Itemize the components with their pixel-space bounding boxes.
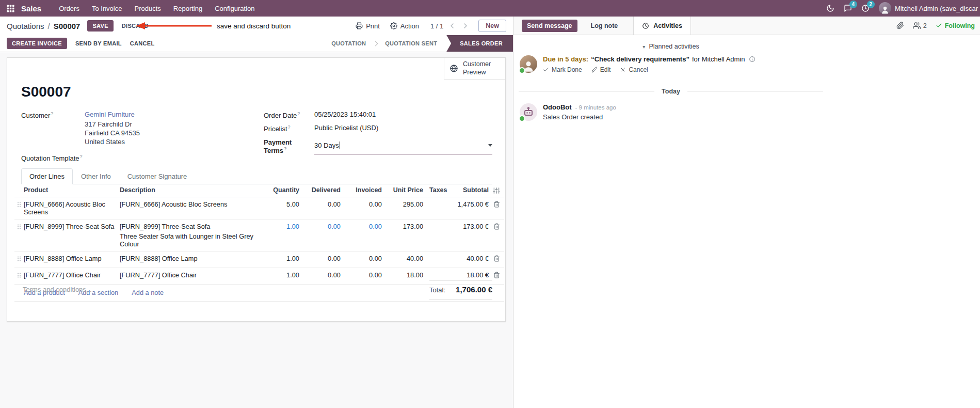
menu-products[interactable]: Products	[128, 0, 167, 17]
cell-description[interactable]: [FURN_6666] Acoustic Bloc Screens	[120, 200, 267, 210]
divider-line	[519, 91, 654, 92]
message-item: OdooBot - 9 minutes ago Sales Order crea…	[519, 103, 823, 121]
header-product[interactable]: Product	[24, 186, 120, 194]
message-author[interactable]: OdooBot	[543, 103, 572, 111]
app-name[interactable]: Sales	[21, 4, 41, 13]
delete-row-button[interactable]	[489, 271, 504, 278]
tab-order-lines[interactable]: Order Lines	[21, 168, 73, 184]
dropdown-caret-icon[interactable]	[488, 144, 492, 147]
delete-row-button[interactable]	[489, 223, 504, 230]
header-subtotal[interactable]: Subtotal	[447, 186, 489, 194]
pricelist-value[interactable]: Public Pricelist (USD)	[314, 124, 378, 133]
state-quotation[interactable]: QUOTATION	[324, 35, 373, 52]
cell-product[interactable]: [FURN_8888] Office Lamp	[24, 255, 120, 262]
cell-delivered[interactable]: 0.00	[299, 200, 341, 208]
cell-quantity[interactable]: 1.00	[267, 223, 299, 230]
cell-quantity[interactable]: 1.00	[267, 271, 299, 279]
cell-product[interactable]: [FURN_7777] Office Chair	[24, 271, 120, 279]
cancel-order-button[interactable]: CANCEL	[130, 40, 155, 46]
state-sales-order-active[interactable]: SALES ORDER	[446, 35, 513, 52]
cell-description[interactable]: [FURN_7777] Office Chair	[120, 271, 267, 281]
cell-unit-price[interactable]: 295.00	[382, 200, 423, 208]
menu-to-invoice[interactable]: To Invoice	[86, 0, 128, 17]
tab-other-info[interactable]: Other Info	[73, 168, 119, 184]
followers-button[interactable]: 2	[913, 22, 927, 29]
dark-mode-toggle[interactable]	[826, 4, 834, 12]
menu-configuration[interactable]: Configuration	[208, 0, 261, 17]
create-invoice-button[interactable]: CREATE INVOICE	[7, 38, 67, 49]
attachments-button[interactable]	[896, 22, 904, 29]
activities-menu-button[interactable]: 2	[861, 4, 870, 12]
header-invoiced[interactable]: Invoiced	[341, 186, 382, 194]
table-row[interactable]: [FURN_6666] Acoustic Bloc Screens [FURN_…	[14, 197, 504, 219]
delete-row-button[interactable]	[489, 255, 504, 262]
header-description[interactable]: Description	[120, 186, 267, 194]
state-quotation-sent[interactable]: QUOTATION SENT	[378, 35, 444, 52]
pager-previous-button[interactable]	[447, 22, 457, 30]
message-body-wrap: OdooBot - 9 minutes ago Sales Order crea…	[543, 103, 616, 121]
header-quantity[interactable]: Quantity	[267, 186, 299, 194]
mark-done-button[interactable]: Mark Done	[543, 66, 582, 73]
payment-terms-input[interactable]: 30 Days	[314, 138, 492, 154]
activities-tab[interactable]: Activities	[633, 17, 691, 35]
cell-description[interactable]: [FURN_8888] Office Lamp	[120, 255, 267, 264]
delete-row-button[interactable]	[489, 200, 504, 208]
new-button[interactable]: New	[478, 20, 506, 32]
cell-delivered[interactable]: 0.00	[299, 223, 341, 230]
header-taxes[interactable]: Taxes	[423, 186, 447, 194]
following-toggle[interactable]: Following	[936, 22, 975, 29]
planned-activities-toggle[interactable]: ▾ Planned activities	[519, 43, 823, 50]
discard-button[interactable]: DISCARD	[118, 20, 153, 32]
log-note-button[interactable]: Log note	[591, 22, 618, 29]
pager-next-button[interactable]	[461, 22, 470, 30]
order-date-value[interactable]: 05/25/2023 15:40:01	[314, 111, 376, 119]
breadcrumb-quotations[interactable]: Quotations	[7, 22, 44, 30]
message-thread: ▾ Planned activities Due in 5 days: “Che…	[513, 35, 823, 121]
user-menu[interactable]: Mitchell Admin (save_discar	[879, 2, 978, 14]
cell-product[interactable]: [FURN_8999] Three-Seat Sofa	[24, 223, 120, 230]
menu-reporting[interactable]: Reporting	[167, 0, 208, 17]
optional-columns-button[interactable]	[489, 186, 504, 194]
cell-invoiced[interactable]: 0.00	[341, 255, 382, 262]
print-button[interactable]: Print	[352, 20, 383, 32]
table-row[interactable]: [FURN_8999] Three-Seat Sofa [FURN_8999] …	[14, 219, 504, 252]
table-row[interactable]: [FURN_8888] Office Lamp [FURN_8888] Offi…	[14, 252, 504, 268]
cell-delivered[interactable]: 0.00	[299, 255, 341, 262]
send-by-email-button[interactable]: SEND BY EMAIL	[75, 40, 122, 46]
tab-customer-signature[interactable]: Customer Signature	[119, 168, 196, 184]
drag-handle-icon[interactable]	[14, 200, 24, 208]
save-button[interactable]: SAVE	[87, 20, 113, 32]
print-label: Print	[366, 22, 380, 30]
cell-delivered[interactable]: 0.00	[299, 271, 341, 279]
cell-product[interactable]: [FURN_6666] Acoustic Bloc Screens	[24, 200, 120, 216]
top-navbar: Sales Orders To Invoice Products Reporti…	[0, 0, 980, 17]
cell-quantity[interactable]: 5.00	[267, 200, 299, 208]
send-message-button[interactable]: Send message	[522, 20, 577, 32]
cell-description[interactable]: [FURN_8999] Three-Seat Sofa Three Seater…	[120, 223, 267, 248]
cell-invoiced[interactable]: 0.00	[341, 223, 382, 230]
cell-unit-price[interactable]: 173.00	[382, 223, 423, 230]
header-delivered[interactable]: Delivered	[299, 186, 341, 194]
terms-and-conditions-input[interactable]: Terms and conditions...	[23, 286, 92, 293]
header-unit-price[interactable]: Unit Price	[382, 186, 423, 194]
field-column-left: Customer? Gemini Furniture 317 Fairchild…	[21, 111, 264, 167]
action-button[interactable]: Action	[387, 20, 422, 32]
customer-link[interactable]: Gemini Furniture	[85, 111, 135, 118]
messages-menu-button[interactable]: 4	[844, 4, 852, 12]
cell-invoiced[interactable]: 0.00	[341, 200, 382, 208]
cell-quantity[interactable]: 1.00	[267, 255, 299, 262]
customer-preview-button[interactable]: Customer Preview	[444, 58, 505, 80]
drag-handle-icon[interactable]	[14, 255, 24, 262]
drag-handle-icon[interactable]	[14, 271, 24, 278]
cell-unit-price[interactable]: 40.00	[382, 255, 423, 262]
apps-menu-button[interactable]	[5, 4, 19, 13]
add-note-link[interactable]: Add a note	[132, 289, 164, 296]
menu-orders[interactable]: Orders	[53, 0, 86, 17]
drag-handle-icon[interactable]	[14, 223, 24, 230]
edit-activity-button[interactable]: Edit	[591, 66, 611, 73]
info-icon[interactable]	[749, 56, 756, 62]
cell-unit-price[interactable]: 18.00	[382, 271, 423, 279]
cell-invoiced[interactable]: 0.00	[341, 271, 382, 279]
cancel-activity-button[interactable]: Cancel	[620, 66, 648, 73]
field-order-date: Order Date? 05/25/2023 15:40:01	[264, 111, 492, 119]
